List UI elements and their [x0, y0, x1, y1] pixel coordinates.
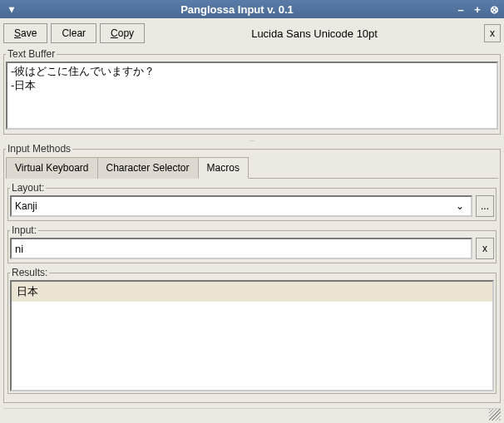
toolbar: Save Clear Copy Lucida Sans Unicode 10pt…: [3, 22, 501, 48]
statusbar: [3, 408, 501, 420]
tab-macros[interactable]: Macros: [198, 157, 249, 179]
chevron-down-icon[interactable]: ⌄: [452, 200, 467, 212]
input-label: Input:: [10, 224, 38, 236]
results-label: Results:: [10, 267, 49, 278]
text-buffer-textarea[interactable]: [6, 61, 498, 130]
copy-button[interactable]: Copy: [100, 23, 145, 43]
input-clear-button[interactable]: x: [476, 238, 494, 259]
result-item[interactable]: 日本: [12, 282, 492, 302]
window-title: Panglossa Input v. 0.1: [20, 3, 454, 16]
input-fieldset: Input: x: [7, 224, 497, 263]
resize-grip-icon[interactable]: [489, 409, 501, 421]
tabs: Virtual Keyboard Character Selector Macr…: [6, 156, 498, 179]
save-button[interactable]: Save: [3, 23, 47, 43]
window-body: Save Clear Copy Lucida Sans Unicode 10pt…: [0, 18, 504, 423]
minimize-icon[interactable]: –: [454, 2, 467, 16]
toolbar-close-button[interactable]: x: [484, 24, 501, 42]
tab-virtual-keyboard[interactable]: Virtual Keyboard: [6, 157, 98, 179]
layout-label: Layout:: [10, 182, 46, 194]
titlebar: ▾ Panglossa Input v. 0.1 – + ⊗: [0, 0, 504, 18]
text-buffer-legend: Text Buffer: [6, 48, 57, 60]
tab-content-macros: Layout: Kanji ⌄ ... Input: x Results:: [6, 179, 498, 401]
input-methods-legend: Input Methods: [6, 143, 72, 155]
tab-character-selector[interactable]: Character Selector: [97, 157, 199, 179]
results-list[interactable]: 日本: [10, 280, 494, 391]
font-label: Lucida Sans Unicode 10pt: [148, 27, 481, 40]
clear-button[interactable]: Clear: [51, 23, 96, 43]
layout-combo[interactable]: Kanji ⌄: [10, 195, 472, 217]
text-buffer-fieldset: Text Buffer: [3, 48, 501, 135]
maximize-icon[interactable]: +: [471, 2, 484, 16]
results-fieldset: Results: 日本: [7, 267, 497, 394]
macro-input[interactable]: [10, 238, 472, 259]
input-methods-fieldset: Input Methods Virtual Keyboard Character…: [3, 143, 501, 403]
close-icon[interactable]: ⊗: [487, 2, 501, 16]
window-menu-icon[interactable]: ▾: [3, 3, 20, 15]
layout-combo-value: Kanji: [15, 200, 452, 212]
layout-more-button[interactable]: ...: [476, 195, 494, 217]
layout-fieldset: Layout: Kanji ⌄ ...: [7, 182, 497, 221]
